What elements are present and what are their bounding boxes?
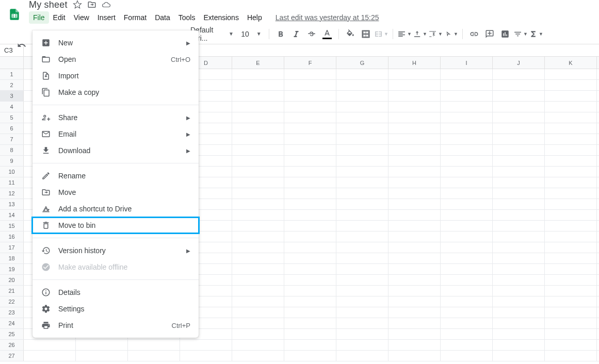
- cell[interactable]: [545, 112, 597, 123]
- cell[interactable]: [232, 253, 284, 263]
- cell[interactable]: [24, 340, 76, 350]
- menu-insert[interactable]: Insert: [93, 11, 120, 24]
- cell[interactable]: [388, 340, 441, 350]
- cell[interactable]: [232, 340, 284, 350]
- cell[interactable]: [232, 188, 284, 198]
- undo-button[interactable]: [14, 38, 29, 53]
- text-color-button[interactable]: [320, 27, 334, 41]
- row-header[interactable]: 19: [0, 264, 24, 274]
- vertical-align-button[interactable]: ▼: [413, 27, 427, 41]
- menu-help[interactable]: Help: [243, 11, 266, 24]
- cell[interactable]: [388, 351, 441, 361]
- cell[interactable]: [336, 167, 388, 177]
- cell[interactable]: [545, 264, 597, 274]
- cell[interactable]: [388, 156, 441, 166]
- cell[interactable]: [493, 340, 545, 350]
- cell[interactable]: [441, 307, 493, 318]
- cell[interactable]: [284, 80, 336, 90]
- insert-chart-button[interactable]: [498, 27, 512, 41]
- column-header[interactable]: H: [388, 57, 441, 69]
- menu-download[interactable]: Download ▶: [33, 142, 199, 159]
- row-header[interactable]: 7: [0, 134, 24, 144]
- cell[interactable]: [284, 134, 336, 144]
- cell[interactable]: [284, 286, 336, 296]
- menu-import[interactable]: Import: [33, 68, 199, 84]
- row-header[interactable]: 8: [0, 145, 24, 155]
- row-header[interactable]: 15: [0, 221, 24, 231]
- cell[interactable]: [388, 112, 441, 123]
- select-all-corner[interactable]: [0, 57, 24, 69]
- cell[interactable]: [545, 91, 597, 101]
- cell[interactable]: [388, 177, 441, 188]
- cell[interactable]: [441, 318, 493, 328]
- cell[interactable]: [493, 91, 545, 101]
- cell[interactable]: [388, 188, 441, 198]
- row-header[interactable]: 14: [0, 210, 24, 220]
- cell[interactable]: [336, 156, 388, 166]
- menu-email[interactable]: Email ▶: [33, 126, 199, 142]
- cell[interactable]: [232, 102, 284, 112]
- cell[interactable]: [284, 340, 336, 350]
- text-wrap-button[interactable]: ▼: [428, 27, 443, 41]
- menu-open[interactable]: Open Ctrl+O: [33, 51, 199, 68]
- cell[interactable]: [493, 69, 545, 79]
- cell[interactable]: [441, 210, 493, 220]
- column-header[interactable]: E: [232, 57, 284, 69]
- cell[interactable]: [441, 112, 493, 123]
- cell[interactable]: [493, 102, 545, 112]
- cell[interactable]: [284, 318, 336, 328]
- cell[interactable]: [441, 340, 493, 350]
- horizontal-align-button[interactable]: ▼: [397, 27, 412, 41]
- cell[interactable]: [336, 231, 388, 242]
- cell[interactable]: [284, 307, 336, 318]
- cell[interactable]: [545, 134, 597, 144]
- cell[interactable]: [336, 275, 388, 285]
- fill-color-button[interactable]: [343, 27, 358, 41]
- cell[interactable]: [232, 167, 284, 177]
- cell[interactable]: [493, 145, 545, 155]
- cell[interactable]: [232, 199, 284, 209]
- cell[interactable]: [336, 210, 388, 220]
- menu-add-shortcut[interactable]: Add a shortcut to Drive: [33, 201, 199, 217]
- cell[interactable]: [493, 123, 545, 134]
- cell[interactable]: [336, 177, 388, 188]
- cell[interactable]: [284, 231, 336, 242]
- menu-move[interactable]: Move: [33, 184, 199, 201]
- cell[interactable]: [493, 156, 545, 166]
- cell[interactable]: [284, 156, 336, 166]
- cell[interactable]: [388, 91, 441, 101]
- cell[interactable]: [232, 80, 284, 90]
- cell[interactable]: [545, 210, 597, 220]
- cell[interactable]: [232, 91, 284, 101]
- row-header[interactable]: 10: [0, 167, 24, 177]
- cell[interactable]: [441, 275, 493, 285]
- row-header[interactable]: 22: [0, 296, 24, 307]
- strikethrough-button[interactable]: [304, 27, 319, 41]
- cell[interactable]: [284, 210, 336, 220]
- cell[interactable]: [388, 134, 441, 144]
- cell[interactable]: [545, 340, 597, 350]
- column-header[interactable]: J: [493, 57, 545, 69]
- cell[interactable]: [284, 112, 336, 123]
- cell[interactable]: [493, 286, 545, 296]
- cell[interactable]: [336, 134, 388, 144]
- cell[interactable]: [441, 156, 493, 166]
- cell[interactable]: [441, 102, 493, 112]
- cell[interactable]: [388, 275, 441, 285]
- row-header[interactable]: 25: [0, 329, 24, 339]
- cell[interactable]: [336, 221, 388, 231]
- cell[interactable]: [336, 69, 388, 79]
- cell[interactable]: [388, 80, 441, 90]
- cell[interactable]: [388, 210, 441, 220]
- row-header[interactable]: 3: [0, 91, 24, 101]
- cell[interactable]: [545, 123, 597, 134]
- cell[interactable]: [232, 177, 284, 188]
- row-header[interactable]: 4: [0, 102, 24, 112]
- font-size-select[interactable]: 10▼: [238, 27, 265, 41]
- menu-tools[interactable]: Tools: [174, 11, 200, 24]
- cell[interactable]: [336, 91, 388, 101]
- cell[interactable]: [545, 177, 597, 188]
- cell[interactable]: [336, 80, 388, 90]
- menu-new[interactable]: New ▶: [33, 35, 199, 51]
- cell[interactable]: [232, 69, 284, 79]
